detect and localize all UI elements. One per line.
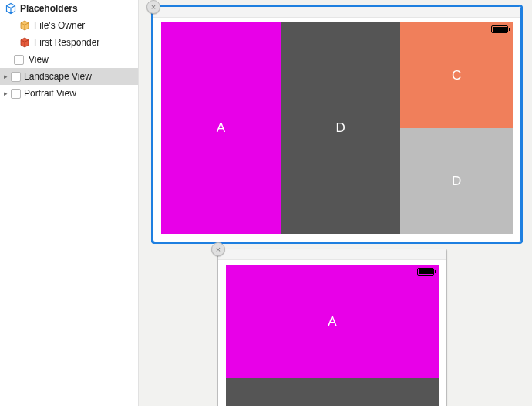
outline-item-label: First Responder: [34, 37, 99, 48]
editor-canvas[interactable]: × A D C D ×: [139, 0, 532, 406]
battery-icon: [417, 268, 434, 276]
outline-group-placeholders[interactable]: Placeholders: [0, 0, 138, 17]
outline-sidebar: Placeholders File's Owner First Responde…: [0, 0, 139, 406]
region-label: A: [328, 314, 336, 330]
region-label: D: [335, 120, 345, 136]
root: Placeholders File's Owner First Responde…: [0, 0, 532, 406]
scene-body: A D C D: [161, 22, 513, 234]
region-C[interactable]: C: [400, 22, 513, 128]
outline-item-portrait-view[interactable]: ▸ Portrait View: [0, 85, 138, 102]
region-D-center[interactable]: D: [281, 22, 400, 234]
region-label: D: [452, 174, 461, 189]
region-label: A: [217, 120, 225, 136]
outline-group-label: Placeholders: [20, 3, 78, 14]
cube-red-icon: [19, 36, 31, 49]
scene-titlebar: [153, 7, 520, 18]
battery-icon: [491, 25, 508, 33]
outline-item-view[interactable]: View: [0, 51, 138, 68]
scene-titlebar: [218, 249, 446, 260]
outline-item-label: File's Owner: [34, 20, 85, 31]
scene-portrait[interactable]: × A: [217, 249, 447, 406]
outline-item-label: Portrait View: [24, 88, 76, 99]
cube-icon: [5, 2, 17, 15]
scene-landscape[interactable]: × A D C D: [153, 6, 521, 242]
close-icon: ×: [216, 245, 221, 254]
view-checkbox-icon: [14, 55, 24, 65]
region-D-right[interactable]: D: [400, 128, 513, 234]
cube-outline-icon: [19, 19, 31, 32]
region-A[interactable]: A: [161, 22, 281, 234]
disclosure-icon[interactable]: ▸: [2, 73, 9, 80]
disclosure-icon[interactable]: ▸: [2, 90, 9, 97]
outline-item-label: View: [29, 54, 49, 65]
view-checkbox-icon: [11, 72, 21, 82]
scene-body: A: [226, 265, 439, 406]
close-icon: ×: [151, 2, 156, 12]
outline-item-label: Landscape View: [24, 71, 92, 82]
region-below-portrait[interactable]: [226, 378, 439, 406]
view-checkbox-icon: [11, 89, 21, 99]
outline-item-landscape-view[interactable]: ▸ Landscape View: [0, 68, 138, 85]
close-scene-button[interactable]: ×: [146, 0, 160, 14]
outline-item-files-owner[interactable]: File's Owner: [0, 17, 138, 34]
outline-item-first-responder[interactable]: First Responder: [0, 34, 138, 51]
close-scene-button[interactable]: ×: [211, 242, 225, 256]
region-A-portrait[interactable]: A: [226, 265, 439, 378]
region-label: C: [452, 68, 461, 83]
